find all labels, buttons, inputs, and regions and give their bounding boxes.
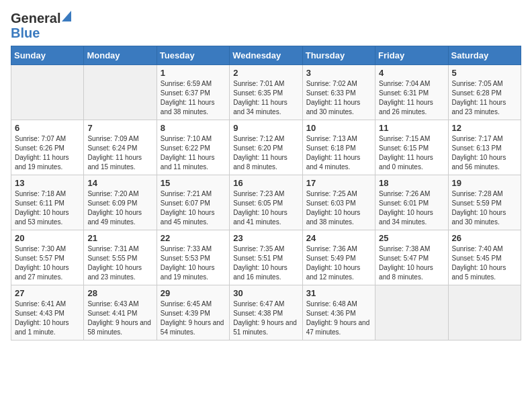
calendar-cell: 26Sunrise: 7:40 AM Sunset: 5:45 PM Dayli…: [448, 230, 521, 285]
calendar-cell: 7Sunrise: 7:09 AM Sunset: 6:24 PM Daylig…: [84, 120, 157, 175]
day-info: Sunrise: 7:12 AM Sunset: 6:20 PM Dayligh…: [233, 134, 298, 172]
day-number: 9: [233, 123, 298, 133]
day-info: Sunrise: 7:33 AM Sunset: 5:53 PM Dayligh…: [161, 244, 226, 282]
calendar-cell: 13Sunrise: 7:18 AM Sunset: 6:11 PM Dayli…: [11, 175, 84, 230]
calendar-week-row: 6Sunrise: 7:07 AM Sunset: 6:26 PM Daylig…: [11, 120, 521, 175]
svg-marker-0: [62, 11, 71, 21]
calendar-cell: 20Sunrise: 7:30 AM Sunset: 5:57 PM Dayli…: [11, 230, 84, 285]
day-info: Sunrise: 7:07 AM Sunset: 6:26 PM Dayligh…: [15, 134, 80, 172]
day-number: 23: [233, 233, 298, 243]
day-info: Sunrise: 7:28 AM Sunset: 5:59 PM Dayligh…: [452, 189, 517, 227]
day-info: Sunrise: 7:04 AM Sunset: 6:31 PM Dayligh…: [379, 79, 444, 117]
day-info: Sunrise: 7:18 AM Sunset: 6:11 PM Dayligh…: [15, 189, 80, 227]
day-info: Sunrise: 7:05 AM Sunset: 6:28 PM Dayligh…: [452, 79, 517, 117]
day-info: Sunrise: 7:30 AM Sunset: 5:57 PM Dayligh…: [15, 244, 80, 282]
calendar-cell: 1Sunrise: 6:59 AM Sunset: 6:37 PM Daylig…: [157, 65, 229, 120]
calendar-week-row: 20Sunrise: 7:30 AM Sunset: 5:57 PM Dayli…: [11, 230, 521, 285]
header-saturday: Saturday: [448, 46, 521, 65]
day-info: Sunrise: 7:15 AM Sunset: 6:15 PM Dayligh…: [379, 134, 444, 172]
day-info: Sunrise: 7:25 AM Sunset: 6:03 PM Dayligh…: [306, 189, 371, 227]
day-number: 17: [306, 178, 371, 188]
day-number: 22: [161, 233, 226, 243]
day-number: 4: [379, 68, 444, 78]
calendar-week-row: 1Sunrise: 6:59 AM Sunset: 6:37 PM Daylig…: [11, 65, 521, 120]
day-info: Sunrise: 7:40 AM Sunset: 5:45 PM Dayligh…: [452, 244, 517, 282]
day-info: Sunrise: 6:41 AM Sunset: 4:43 PM Dayligh…: [15, 300, 80, 337]
calendar-cell: 15Sunrise: 7:21 AM Sunset: 6:07 PM Dayli…: [157, 175, 229, 230]
day-info: Sunrise: 6:47 AM Sunset: 4:38 PM Dayligh…: [233, 300, 298, 337]
day-number: 21: [87, 233, 152, 243]
calendar-cell: 24Sunrise: 7:36 AM Sunset: 5:49 PM Dayli…: [302, 230, 375, 285]
day-number: 3: [306, 68, 371, 78]
header-friday: Friday: [375, 46, 448, 65]
calendar-week-row: 13Sunrise: 7:18 AM Sunset: 6:11 PM Dayli…: [11, 175, 521, 230]
day-number: 16: [233, 178, 298, 188]
calendar-cell: 28Sunrise: 6:43 AM Sunset: 4:41 PM Dayli…: [84, 285, 157, 340]
day-number: 31: [306, 288, 371, 298]
calendar-cell: [375, 285, 448, 340]
day-number: 10: [306, 123, 371, 133]
calendar-cell: [11, 65, 84, 120]
logo-blue-text: Blue: [11, 26, 71, 40]
day-number: 13: [15, 178, 80, 188]
calendar-cell: 9Sunrise: 7:12 AM Sunset: 6:20 PM Daylig…: [230, 120, 302, 175]
header-monday: Monday: [84, 46, 157, 65]
calendar-cell: 5Sunrise: 7:05 AM Sunset: 6:28 PM Daylig…: [448, 65, 521, 120]
day-info: Sunrise: 7:38 AM Sunset: 5:47 PM Dayligh…: [379, 244, 444, 282]
calendar-cell: 21Sunrise: 7:31 AM Sunset: 5:55 PM Dayli…: [84, 230, 157, 285]
day-number: 28: [87, 288, 152, 298]
day-info: Sunrise: 6:45 AM Sunset: 4:39 PM Dayligh…: [161, 300, 226, 337]
day-number: 27: [15, 288, 80, 298]
calendar-cell: 22Sunrise: 7:33 AM Sunset: 5:53 PM Dayli…: [157, 230, 229, 285]
calendar-cell: 3Sunrise: 7:02 AM Sunset: 6:33 PM Daylig…: [302, 65, 375, 120]
day-number: 7: [87, 123, 152, 133]
calendar-cell: 2Sunrise: 7:01 AM Sunset: 6:35 PM Daylig…: [230, 65, 302, 120]
calendar-cell: 27Sunrise: 6:41 AM Sunset: 4:43 PM Dayli…: [11, 285, 84, 340]
calendar-cell: 29Sunrise: 6:45 AM Sunset: 4:39 PM Dayli…: [157, 285, 229, 340]
calendar-cell: 4Sunrise: 7:04 AM Sunset: 6:31 PM Daylig…: [375, 65, 448, 120]
calendar-cell: 19Sunrise: 7:28 AM Sunset: 5:59 PM Dayli…: [448, 175, 521, 230]
header-tuesday: Tuesday: [157, 46, 229, 65]
day-number: 29: [161, 288, 226, 298]
day-info: Sunrise: 7:09 AM Sunset: 6:24 PM Dayligh…: [87, 134, 152, 172]
calendar-cell: 18Sunrise: 7:26 AM Sunset: 6:01 PM Dayli…: [375, 175, 448, 230]
day-number: 25: [379, 233, 444, 243]
calendar-cell: 30Sunrise: 6:47 AM Sunset: 4:38 PM Dayli…: [230, 285, 302, 340]
day-info: Sunrise: 7:23 AM Sunset: 6:05 PM Dayligh…: [233, 189, 298, 227]
calendar-cell: 6Sunrise: 7:07 AM Sunset: 6:26 PM Daylig…: [11, 120, 84, 175]
day-number: 20: [15, 233, 80, 243]
header-sunday: Sunday: [11, 46, 84, 65]
day-info: Sunrise: 7:02 AM Sunset: 6:33 PM Dayligh…: [306, 79, 371, 117]
header-thursday: Thursday: [302, 46, 375, 65]
day-info: Sunrise: 7:10 AM Sunset: 6:22 PM Dayligh…: [161, 134, 226, 172]
calendar-cell: 8Sunrise: 7:10 AM Sunset: 6:22 PM Daylig…: [157, 120, 229, 175]
day-info: Sunrise: 7:35 AM Sunset: 5:51 PM Dayligh…: [233, 244, 298, 282]
calendar-cell: [84, 65, 157, 120]
day-info: Sunrise: 7:21 AM Sunset: 6:07 PM Dayligh…: [161, 189, 226, 227]
day-number: 8: [161, 123, 226, 133]
day-number: 19: [452, 178, 517, 188]
day-number: 6: [15, 123, 80, 133]
logo-arrow-icon: [62, 11, 71, 24]
calendar-cell: 16Sunrise: 7:23 AM Sunset: 6:05 PM Dayli…: [230, 175, 302, 230]
day-info: Sunrise: 7:17 AM Sunset: 6:13 PM Dayligh…: [452, 134, 517, 172]
day-info: Sunrise: 7:13 AM Sunset: 6:18 PM Dayligh…: [306, 134, 371, 172]
day-number: 14: [87, 178, 152, 188]
day-number: 2: [233, 68, 298, 78]
day-info: Sunrise: 7:26 AM Sunset: 6:01 PM Dayligh…: [379, 189, 444, 227]
calendar-cell: 31Sunrise: 6:48 AM Sunset: 4:36 PM Dayli…: [302, 285, 375, 340]
day-number: 30: [233, 288, 298, 298]
calendar-cell: 23Sunrise: 7:35 AM Sunset: 5:51 PM Dayli…: [230, 230, 302, 285]
calendar-table: SundayMondayTuesdayWednesdayThursdayFrid…: [11, 46, 521, 340]
day-info: Sunrise: 7:20 AM Sunset: 6:09 PM Dayligh…: [87, 189, 152, 227]
day-info: Sunrise: 6:48 AM Sunset: 4:36 PM Dayligh…: [306, 300, 371, 337]
day-info: Sunrise: 7:31 AM Sunset: 5:55 PM Dayligh…: [87, 244, 152, 282]
calendar-cell: 11Sunrise: 7:15 AM Sunset: 6:15 PM Dayli…: [375, 120, 448, 175]
logo: General Blue: [11, 11, 71, 40]
calendar-cell: 10Sunrise: 7:13 AM Sunset: 6:18 PM Dayli…: [302, 120, 375, 175]
calendar-cell: 25Sunrise: 7:38 AM Sunset: 5:47 PM Dayli…: [375, 230, 448, 285]
day-number: 1: [161, 68, 226, 78]
day-info: Sunrise: 6:43 AM Sunset: 4:41 PM Dayligh…: [87, 300, 152, 337]
day-number: 26: [452, 233, 517, 243]
day-info: Sunrise: 7:36 AM Sunset: 5:49 PM Dayligh…: [306, 244, 371, 282]
